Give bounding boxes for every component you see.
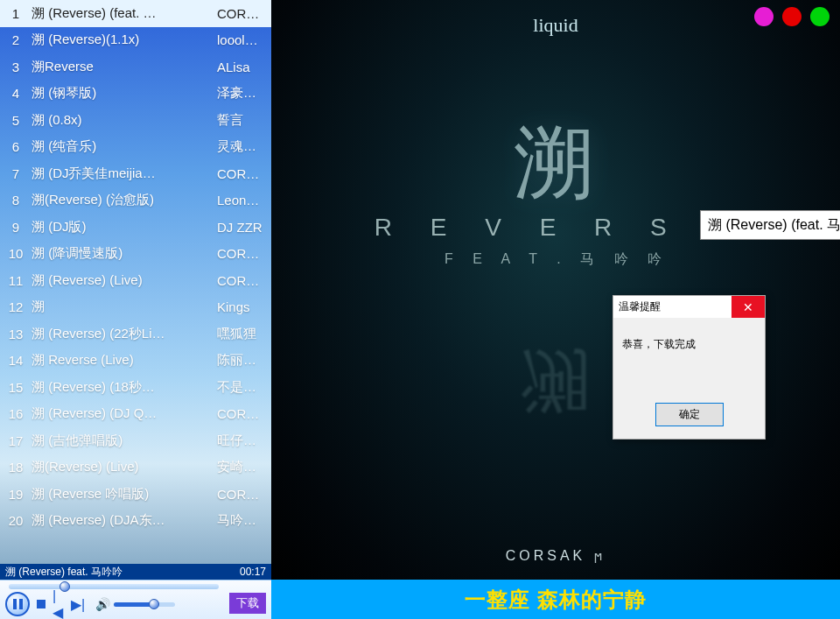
main-area: 1溯 (Reverse) (feat. …CORS…2溯 (Reverse)(1… xyxy=(0,0,840,580)
row-title: 溯 (纯音乐) xyxy=(28,138,214,155)
row-artist: Kings xyxy=(214,299,268,314)
row-number: 18 xyxy=(4,460,28,475)
prev-button[interactable]: |◀ xyxy=(52,597,66,611)
playlist-row[interactable]: 12溯Kings xyxy=(0,294,271,321)
row-number: 13 xyxy=(4,327,28,341)
play-pause-button[interactable] xyxy=(5,592,30,616)
dialog-title: 温馨提醒 xyxy=(619,299,661,314)
stop-button[interactable] xyxy=(34,597,48,611)
playlist-row[interactable]: 20溯 (Reverse) (DJA东…马吟… xyxy=(0,508,271,535)
row-artist: DJ ZZR xyxy=(214,220,268,235)
row-number: 8 xyxy=(4,193,28,208)
cover-titles: 溯 R E V E R S E F E A T . 马 吟 吟 xyxy=(271,123,840,269)
playlist-row[interactable]: 15溯 (Reverse) (18秒…不是… xyxy=(0,374,271,401)
search-input[interactable] xyxy=(700,210,840,240)
next-icon: ▶| xyxy=(71,596,85,613)
playlist-row[interactable]: 19溯 (Reverse 吟唱版)CORS… xyxy=(0,481,271,508)
now-playing-bar: 溯 (Reverse) feat. 马吟吟 00:17 xyxy=(0,564,271,580)
row-title: 溯 xyxy=(28,299,214,315)
row-artist: 泽豪… xyxy=(214,85,268,102)
lyric-line: 一整座 森林的宁静 xyxy=(271,580,840,619)
row-title: 溯 (Reverse)(1.1x) xyxy=(28,32,214,48)
row-artist: CORS… xyxy=(214,273,268,288)
dialog-footer: 确定 xyxy=(613,394,765,439)
pause-icon xyxy=(13,599,23,609)
playlist-row[interactable]: 5溯 (0.8x)誓言 xyxy=(0,107,271,134)
row-artist: Leon… xyxy=(214,193,268,208)
dialog-body: 恭喜，下载完成 xyxy=(613,318,765,394)
playlist-row[interactable]: 4溯 (钢琴版)泽豪… xyxy=(0,81,271,108)
playlist-row[interactable]: 11溯 (Reverse) (Live)CORS… xyxy=(0,267,271,294)
row-number: 9 xyxy=(4,220,28,235)
search: 搜索 xyxy=(700,210,840,240)
playlist-row[interactable]: 16溯 (Reverse) (DJ Q…CORS… xyxy=(0,401,271,428)
row-artist: CORS… xyxy=(214,487,268,502)
row-artist: ALisa xyxy=(214,60,268,74)
row-number: 7 xyxy=(4,166,28,181)
prev-icon: |◀ xyxy=(52,588,66,620)
row-number: 14 xyxy=(4,353,28,368)
playlist-row[interactable]: 17溯 (吉他弹唱版)旺仔… xyxy=(0,427,271,454)
row-artist: 不是… xyxy=(214,379,268,396)
seek-bar[interactable] xyxy=(9,584,219,589)
volume-knob[interactable] xyxy=(149,599,159,609)
now-playing-time: 00:17 xyxy=(233,566,266,578)
row-number: 5 xyxy=(4,113,28,128)
row-artist: 陈丽… xyxy=(214,352,268,369)
row-title: 溯 (Reverse 吟唱版) xyxy=(28,486,214,503)
stage-area: liquid 溯 R E V E R S E F E A T . 马 吟 吟 溯… xyxy=(271,0,840,580)
row-title: 溯 Reverse (Live) xyxy=(28,352,214,369)
row-title: 溯(Reverse) (治愈版) xyxy=(28,192,214,208)
row-title: 溯 (DJ乔美佳meijia… xyxy=(28,165,214,182)
volume-bar[interactable] xyxy=(114,602,175,607)
row-artist: 嘿狐狸 xyxy=(214,326,268,342)
now-playing-title: 溯 (Reverse) feat. 马吟吟 xyxy=(5,565,233,580)
row-number: 3 xyxy=(4,60,28,74)
row-artist: CORS… xyxy=(214,6,268,21)
player-controls-panel: |◀ ▶| 🔊 下载 xyxy=(0,580,271,619)
playlist-row[interactable]: 9溯 (DJ版)DJ ZZR xyxy=(0,214,271,241)
alert-dialog: 温馨提醒 ✕ 恭喜，下载完成 确定 xyxy=(612,295,766,440)
cover-main-glyph: 溯 xyxy=(271,123,840,203)
next-button[interactable]: ▶| xyxy=(71,597,85,611)
row-artist: CORS… xyxy=(214,406,268,421)
window-button-minimize[interactable] xyxy=(754,7,774,26)
playlist-row[interactable]: 18溯(Reverse) (Live)安崎… xyxy=(0,454,271,482)
row-number: 20 xyxy=(4,513,28,528)
row-title: 溯 (0.8x) xyxy=(28,112,214,129)
row-number: 6 xyxy=(4,139,28,154)
row-artist: CORS… xyxy=(214,166,268,181)
row-title: 溯 (Reverse) (DJ Q… xyxy=(28,405,214,422)
dialog-ok-button[interactable]: 确定 xyxy=(655,403,724,426)
row-number: 12 xyxy=(4,299,28,314)
playlist-row[interactable]: 2溯 (Reverse)(1.1x)loool… xyxy=(0,27,271,54)
playlist-row[interactable]: 14溯 Reverse (Live)陈丽… xyxy=(0,348,271,375)
playlist-row[interactable]: 1溯 (Reverse) (feat. …CORS… xyxy=(0,0,271,27)
window-button-close[interactable] xyxy=(782,7,802,26)
row-number: 4 xyxy=(4,86,28,101)
volume-icon[interactable]: 🔊 xyxy=(95,597,110,611)
playlist-panel: 1溯 (Reverse) (feat. …CORS…2溯 (Reverse)(1… xyxy=(0,0,271,580)
row-number: 10 xyxy=(4,246,28,261)
playlist-row[interactable]: 6溯 (纯音乐)灵魂… xyxy=(0,134,271,161)
seek-knob[interactable] xyxy=(60,581,70,592)
playlist-row[interactable]: 3溯ReverseALisa xyxy=(0,53,271,81)
playlist-row[interactable]: 10溯 (降调慢速版)CORS… xyxy=(0,241,271,268)
artist-logo: CORSAK ϻ xyxy=(506,548,606,564)
row-artist: 誓言 xyxy=(214,112,268,129)
cover-feat: F E A T . 马 吟 吟 xyxy=(271,250,840,269)
row-number: 16 xyxy=(4,406,28,421)
dialog-close-button[interactable]: ✕ xyxy=(732,296,765,318)
row-title: 溯 (DJ版) xyxy=(28,219,214,236)
stop-icon xyxy=(37,600,46,608)
playlist-rows: 1溯 (Reverse) (feat. …CORS…2溯 (Reverse)(1… xyxy=(0,0,271,580)
download-button[interactable]: 下载 xyxy=(229,593,266,614)
row-artist: loool… xyxy=(214,32,268,47)
row-number: 19 xyxy=(4,487,28,502)
playlist-row[interactable]: 13溯 (Reverse) (22秒Li…嘿狐狸 xyxy=(0,320,271,348)
window-button-maximize[interactable] xyxy=(810,7,830,26)
row-title: 溯Reverse xyxy=(28,59,214,75)
row-artist: 马吟… xyxy=(214,512,268,529)
playlist-row[interactable]: 7溯 (DJ乔美佳meijia…CORS… xyxy=(0,160,271,187)
playlist-row[interactable]: 8溯(Reverse) (治愈版)Leon… xyxy=(0,187,271,215)
